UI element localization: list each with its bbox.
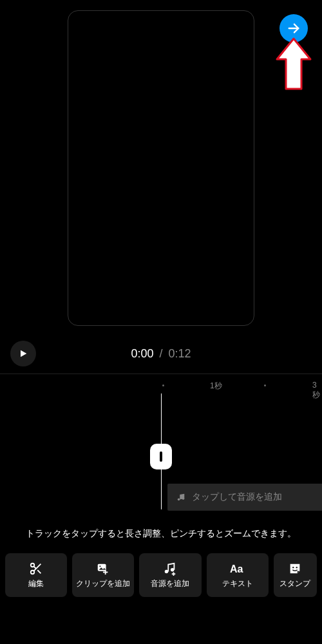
ruler-tick [162, 384, 164, 386]
ruler-label: 1秒 [210, 381, 222, 392]
audio-placeholder: タップして音源を追加 [192, 491, 282, 503]
scissors-icon [29, 562, 43, 576]
next-button[interactable] [279, 14, 308, 43]
clip-handle[interactable] [150, 444, 172, 469]
time-separator: / [159, 347, 162, 360]
image-plus-icon [96, 562, 110, 576]
svg-point-13 [165, 569, 169, 573]
sticker-icon [288, 562, 302, 576]
play-button[interactable] [10, 341, 36, 366]
svg-point-19 [296, 566, 298, 567]
playback-row: 0:00 / 0:12 [0, 341, 322, 374]
svg-point-2 [178, 498, 180, 501]
tool-label: テキスト [222, 578, 253, 589]
music-note-icon [176, 493, 185, 502]
svg-point-3 [182, 498, 185, 500]
tool-label: クリップを追加 [76, 578, 130, 589]
svg-rect-12 [103, 571, 108, 573]
time-display: 0:00 / 0:12 [131, 347, 191, 361]
text-icon: Aa [230, 562, 245, 576]
annotation-arrow-icon [274, 36, 313, 93]
toolbar: 編集 クリップを追加 音源を追加 Aa [0, 548, 322, 602]
ruler-label: 3秒 [312, 381, 322, 401]
audio-track-add[interactable]: タップして音源を追加 [167, 484, 322, 511]
time-current: 0:00 [131, 347, 153, 360]
text-button[interactable]: Aa テキスト [207, 553, 269, 597]
tool-label: 音源を追加 [151, 578, 189, 589]
svg-line-7 [37, 570, 41, 573]
timeline[interactable]: 1秒 3秒 タップして音源を追加 トラックをタップすると長さ調整、ピンチするとズ… [0, 374, 322, 548]
time-total: 0:12 [169, 347, 191, 360]
play-icon [18, 348, 28, 359]
edit-button[interactable]: 編集 [5, 553, 67, 597]
add-audio-button[interactable]: 音源を追加 [139, 553, 201, 597]
grip-icon [160, 451, 162, 462]
add-clip-button[interactable]: クリップを追加 [72, 553, 134, 597]
svg-marker-1 [21, 350, 26, 357]
tool-label: 編集 [28, 578, 44, 589]
hint-text: トラックをタップすると長さ調整、ピンチするとズームできます。 [0, 527, 322, 540]
ruler-tick [264, 384, 266, 386]
svg-point-10 [100, 565, 101, 567]
svg-line-8 [34, 566, 37, 569]
sticker-button[interactable]: スタンプ [274, 553, 317, 597]
svg-rect-9 [98, 564, 106, 571]
video-preview[interactable] [68, 10, 254, 326]
svg-text:Aa: Aa [230, 564, 243, 574]
preview-area [0, 0, 322, 341]
arrow-right-icon [287, 21, 301, 35]
svg-point-18 [292, 566, 294, 567]
tool-label: スタンプ [279, 578, 310, 589]
svg-point-5 [31, 570, 35, 574]
timeline-ruler: 1秒 3秒 [0, 374, 322, 393]
music-plus-icon [163, 562, 177, 576]
svg-point-4 [31, 563, 35, 567]
svg-point-14 [171, 568, 175, 572]
